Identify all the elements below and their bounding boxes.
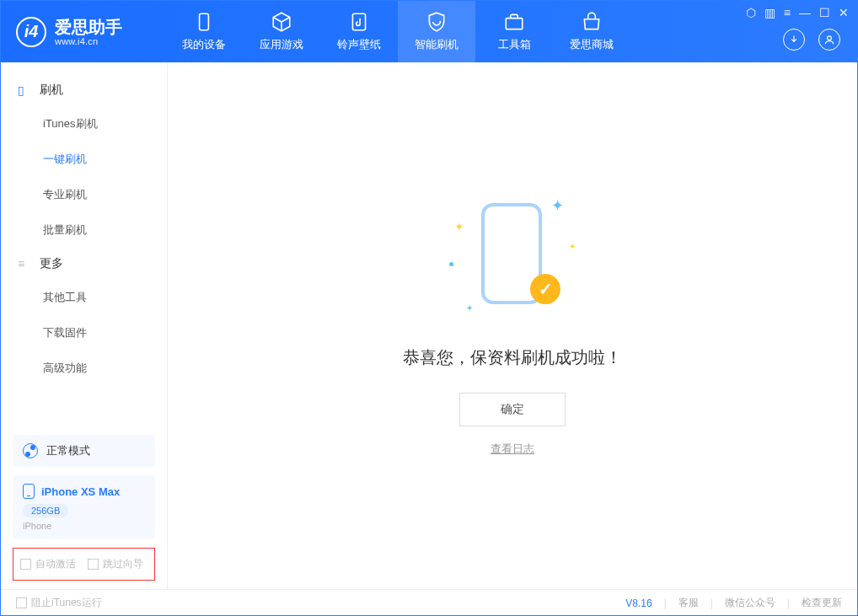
sparkle-icon: ✦ <box>569 242 576 251</box>
success-message: 恭喜您，保资料刷机成功啦！ <box>403 346 622 369</box>
tab-apps-games[interactable]: 应用游戏 <box>243 1 320 62</box>
header: i4 爱思助手 www.i4.cn 我的设备 应用游戏 铃声壁纸 智能刷机 工具… <box>1 1 857 62</box>
shop-icon <box>581 11 603 33</box>
ok-button[interactable]: 确定 <box>459 393 566 426</box>
tab-flash[interactable]: 智能刷机 <box>398 1 475 62</box>
main-content: ✦ ✦ ✦ ✦ ✓ 恭喜您，保资料刷机成功啦！ 确定 查看日志 <box>168 62 857 589</box>
app-name: 爱思助手 <box>55 18 122 36</box>
header-right-actions <box>783 29 840 51</box>
svg-rect-0 <box>200 13 209 30</box>
svg-rect-1 <box>352 13 365 30</box>
sidebar-item-download-firmware[interactable]: 下载固件 <box>1 315 167 351</box>
footer-link-update[interactable]: 检查更新 <box>802 596 842 610</box>
device-capacity: 256GB <box>23 504 68 517</box>
shirt-icon[interactable]: ⬡ <box>746 6 756 19</box>
phone-icon: ▯ <box>18 83 31 97</box>
app-url: www.i4.cn <box>55 36 122 46</box>
checkbox-skip-wizard[interactable]: 跳过向导 <box>88 557 143 571</box>
mode-box[interactable]: 正常模式 <box>13 435 155 467</box>
minimize-icon[interactable]: — <box>799 6 811 19</box>
close-icon[interactable]: ✕ <box>839 6 849 19</box>
device-type: iPhone <box>23 521 145 531</box>
checkbox-row: 自动激活 跳过向导 <box>13 548 155 581</box>
checkbox-block-itunes[interactable]: 阻止iTunes运行 <box>16 596 102 610</box>
checkbox-box <box>16 597 27 608</box>
footer: 阻止iTunes运行 V8.16 | 客服 | 微信公众号 | 检查更新 <box>1 589 857 616</box>
logo-icon: i4 <box>16 17 46 47</box>
view-log-link[interactable]: 查看日志 <box>491 442 534 457</box>
download-icon[interactable] <box>783 29 805 51</box>
svg-point-3 <box>828 36 832 40</box>
sidebar-item-itunes-flash[interactable]: iTunes刷机 <box>1 106 167 142</box>
tab-my-device[interactable]: 我的设备 <box>165 1 243 62</box>
sidebar-section-more: ≡ 更多 <box>1 248 167 280</box>
sparkle-icon: ✦ <box>551 196 564 215</box>
sparkle-icon: ✦ <box>466 303 473 313</box>
device-phone-icon <box>23 484 35 499</box>
success-illustration: ✦ ✦ ✦ ✦ ✓ <box>449 195 576 321</box>
sidebar: ▯ 刷机 iTunes刷机 一键刷机 专业刷机 批量刷机 ≡ 更多 其他工具 下… <box>1 62 168 589</box>
checkbox-box <box>88 559 99 570</box>
sidebar-item-other-tools[interactable]: 其他工具 <box>1 280 167 315</box>
svg-rect-2 <box>506 19 523 29</box>
device-name: iPhone XS Max <box>41 485 120 498</box>
shield-refresh-icon <box>426 11 448 33</box>
sidebar-item-batch-flash[interactable]: 批量刷机 <box>1 212 167 248</box>
sidebar-item-oneclick-flash[interactable]: 一键刷机 <box>1 142 167 177</box>
menu-icon[interactable]: ≡ <box>784 6 791 19</box>
mode-icon <box>23 443 38 458</box>
window-controls: ⬡ ▥ ≡ — ☐ ✕ <box>746 6 849 19</box>
nav-tabs: 我的设备 应用游戏 铃声壁纸 智能刷机 工具箱 爱思商城 <box>165 1 630 62</box>
music-file-icon <box>348 11 370 33</box>
menu-list-icon: ≡ <box>18 257 31 271</box>
footer-link-support[interactable]: 客服 <box>678 596 699 610</box>
mode-label: 正常模式 <box>46 443 90 458</box>
tab-shop[interactable]: 爱思商城 <box>553 1 630 62</box>
dot-icon <box>449 262 453 266</box>
cube-icon <box>271 11 292 33</box>
note-icon[interactable]: ▥ <box>764 6 775 19</box>
version-label: V8.16 <box>625 597 652 609</box>
checkbox-auto-activate[interactable]: 自动激活 <box>20 557 76 571</box>
user-icon[interactable] <box>818 29 840 51</box>
device-icon <box>193 11 215 33</box>
tab-ringtones[interactable]: 铃声壁纸 <box>320 1 398 62</box>
footer-link-wechat[interactable]: 微信公众号 <box>725 596 775 610</box>
device-box[interactable]: iPhone XS Max 256GB iPhone <box>13 475 155 539</box>
sparkle-icon: ✦ <box>454 220 464 233</box>
checkbox-box <box>20 559 31 570</box>
sidebar-item-pro-flash[interactable]: 专业刷机 <box>1 177 167 212</box>
sidebar-section-flash: ▯ 刷机 <box>1 74 167 106</box>
toolbox-icon <box>503 11 525 33</box>
maximize-icon[interactable]: ☐ <box>819 6 830 19</box>
check-badge-icon: ✓ <box>530 274 560 304</box>
sidebar-item-advanced[interactable]: 高级功能 <box>1 351 167 386</box>
logo[interactable]: i4 爱思助手 www.i4.cn <box>1 17 165 47</box>
tab-toolbox[interactable]: 工具箱 <box>475 1 553 62</box>
